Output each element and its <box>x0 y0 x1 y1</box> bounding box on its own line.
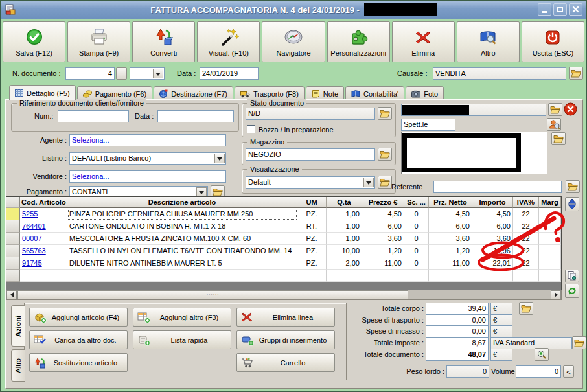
cell-um[interactable]: PZ. <box>297 233 327 245</box>
cell-prz-netto[interactable]: 11,00 <box>429 257 472 270</box>
cell-cod-articolo[interactable]: 565763 <box>20 245 67 257</box>
indirizzo-folder-button[interactable] <box>551 132 566 145</box>
cell-descrizione[interactable]: DILUENTE NITRO ANTINEBBIA MAURER LT. 5 <box>67 257 297 270</box>
cell-margine[interactable] <box>539 257 561 270</box>
save-button[interactable]: Salva (F12) <box>3 21 65 62</box>
cell-sconto[interactable]: 0 <box>404 245 429 257</box>
col-header-sconto[interactable]: Sc. ... <box>404 197 429 208</box>
cell-importo[interactable]: 22,01 <box>472 257 513 270</box>
cell-prz-netto[interactable]: 3,60 <box>429 233 472 245</box>
data-documento-field[interactable]: 24/01/2019 <box>200 67 259 80</box>
tab-pagamento[interactable]: Pagamento (F6) <box>77 86 152 100</box>
visualizza-button[interactable]: Visual. (F10) <box>197 21 260 62</box>
agente-field[interactable]: Seleziona... <box>69 134 226 146</box>
cell-cod-articolo[interactable]: 91745 <box>20 257 67 270</box>
empty-cell[interactable] <box>297 270 327 282</box>
row-selector[interactable] <box>6 270 20 282</box>
empty-cell[interactable] <box>67 270 297 282</box>
chevron-down-icon[interactable] <box>153 69 163 78</box>
sostituzione-articolo-button[interactable]: Sostituzione articolo <box>29 353 128 372</box>
referente-field[interactable] <box>433 181 562 193</box>
stato-field[interactable]: N/D <box>246 108 375 120</box>
elimina-button[interactable]: Elimina <box>392 21 455 62</box>
tab-note[interactable]: Note <box>306 86 344 100</box>
listino-combo[interactable]: DEFAULT(Listino Banco) <box>69 152 226 165</box>
collapse-totals-button[interactable]: < <box>563 365 574 378</box>
cell-iva[interactable]: 22 <box>513 208 539 220</box>
chevron-down-icon[interactable] <box>214 154 225 163</box>
cell-margine[interactable] <box>539 245 561 257</box>
totale-imposte-folder-button[interactable] <box>572 336 586 349</box>
cell-prz-netto[interactable]: 1,20 <box>429 245 472 257</box>
row-selector[interactable] <box>6 233 20 245</box>
num-suffix-combo[interactable] <box>130 67 165 80</box>
cell-importo[interactable]: 3,60 <box>472 233 513 245</box>
vertical-tab-altro[interactable]: Altro <box>11 349 25 382</box>
chevron-down-icon[interactable] <box>196 187 207 197</box>
tab-dettaglio[interactable]: Dettaglio (F5) <box>9 85 76 100</box>
col-header-importo[interactable]: Importo <box>472 197 513 208</box>
cell-um[interactable]: PZ. <box>297 245 327 257</box>
gruppi-di-inserimento-button[interactable]: Gruppi di inserimento <box>236 330 335 349</box>
row-selector[interactable] <box>6 208 20 220</box>
cell-cod-articolo[interactable]: 00007 <box>20 233 67 245</box>
cell-importo[interactable]: 6,00 <box>472 220 513 233</box>
rif-num-field[interactable] <box>58 110 129 122</box>
col-header-selector[interactable] <box>6 197 20 208</box>
cell-um[interactable]: RT. <box>297 220 327 233</box>
magazzino-folder-button[interactable] <box>378 148 392 161</box>
refresh-grid-button[interactable] <box>565 284 579 298</box>
cell-sconto[interactable]: 0 <box>404 233 429 245</box>
cell-um[interactable]: PZ. <box>297 208 327 220</box>
cell-descrizione[interactable]: CARTONE ONDULATO IN BOBINA H. MT.1 X 18 <box>67 220 297 233</box>
row-selector[interactable] <box>6 220 20 233</box>
visualizzazione-combo[interactable]: Default <box>246 176 375 189</box>
cell-iva[interactable]: 22 <box>513 220 539 233</box>
cliente-search-button[interactable] <box>547 118 561 131</box>
carica-da-altro-doc-button[interactable]: Carica da altro doc. <box>29 330 128 349</box>
num-documento-field[interactable]: 4 <box>65 67 115 80</box>
stato-folder-button[interactable] <box>378 107 392 120</box>
empty-cell[interactable] <box>327 270 362 282</box>
cell-qta[interactable]: 1,00 <box>327 220 362 233</box>
cell-prezzo[interactable]: 11,00 <box>362 257 404 270</box>
cell-prz-netto[interactable]: 6,00 <box>429 220 472 233</box>
cell-qta[interactable]: 1,00 <box>327 208 362 220</box>
cell-descrizione[interactable]: PINZA POLIGRIP CERNIERA CHIUSA MAURER MM… <box>67 208 297 220</box>
num-documento-aux-button[interactable] <box>116 67 127 80</box>
causale-folder-button[interactable] <box>569 67 583 80</box>
copy-rows-button[interactable] <box>565 270 579 282</box>
personalizzazioni-button[interactable]: Personalizzazioni <box>327 21 390 62</box>
close-button[interactable] <box>569 3 582 16</box>
col-header-iva[interactable]: IVA% <box>513 197 539 208</box>
cell-margine[interactable] <box>539 233 561 245</box>
cell-iva[interactable]: 22 <box>513 257 539 270</box>
row-move-button[interactable] <box>565 197 579 211</box>
cell-qta[interactable]: 2,00 <box>327 257 362 270</box>
cell-prezzo[interactable]: 4,50 <box>362 208 404 220</box>
cell-sconto[interactable]: 0 <box>404 257 429 270</box>
tab-contabilita[interactable]: Contabilita' <box>345 86 404 100</box>
col-header-cod-articolo[interactable]: Cod. Articolo <box>20 197 67 208</box>
empty-cell[interactable] <box>539 270 561 282</box>
col-header-qta[interactable]: Q.tà <box>327 197 362 208</box>
empty-cell[interactable] <box>513 270 539 282</box>
volume-field[interactable]: 0 <box>516 365 561 378</box>
scrollbar-thumb[interactable] <box>17 290 408 299</box>
cell-sconto[interactable]: 0 <box>404 220 429 233</box>
row-selector[interactable] <box>6 245 20 257</box>
cell-qta[interactable]: 10,00 <box>327 245 362 257</box>
rif-data-field[interactable] <box>157 110 234 122</box>
visualizzazione-folder-button[interactable] <box>378 176 392 189</box>
navigator-button[interactable]: Navigatore <box>262 21 325 62</box>
minimize-button[interactable] <box>538 3 551 16</box>
cell-importo[interactable]: 4,50 <box>472 208 513 220</box>
cell-sconto[interactable]: 0 <box>404 208 429 220</box>
cell-prezzo[interactable]: 3,60 <box>362 233 404 245</box>
uscita-button[interactable]: Uscita (ESC) <box>522 21 584 62</box>
totale-corpo-folder-button[interactable] <box>519 302 533 315</box>
cliente-remove-button[interactable] <box>564 102 577 117</box>
altro-button[interactable]: Altro <box>457 21 520 62</box>
chevron-down-icon[interactable] <box>363 178 374 187</box>
tab-foto[interactable]: Foto <box>406 86 444 100</box>
